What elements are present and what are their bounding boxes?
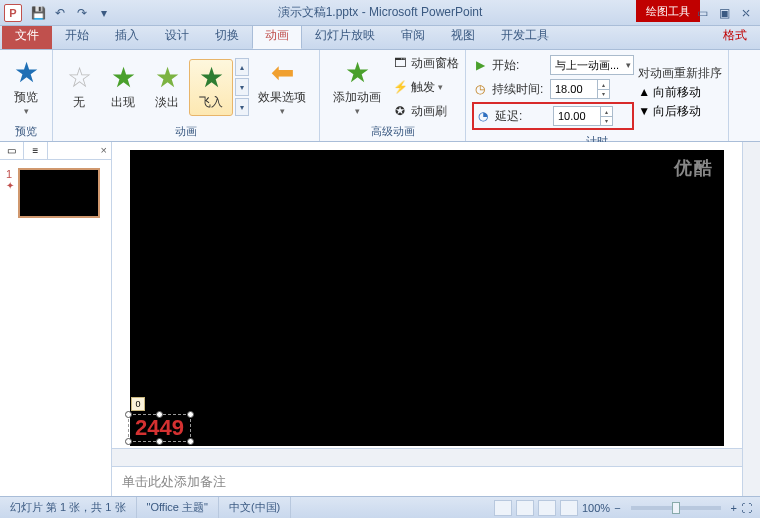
work-area: ▭ ≡ × 1 ✦ 优酷 0 2449 <box>0 142 760 496</box>
selected-textbox[interactable]: 0 2449 <box>128 414 191 442</box>
up-arrow-icon: ▲ <box>638 85 650 99</box>
trigger-button[interactable]: ⚡触发 ▾ <box>390 76 461 98</box>
anim-fade[interactable]: ★ 淡出 <box>145 59 189 116</box>
zoom-thumb[interactable] <box>672 502 680 514</box>
gallery-more-button[interactable]: ▾ <box>235 98 249 116</box>
thumbnail-panel: ▭ ≡ × 1 ✦ <box>0 142 112 496</box>
delay-spinner[interactable]: 10.00▴▾ <box>553 106 613 126</box>
tab-format[interactable]: 格式 <box>710 22 760 49</box>
spin-down[interactable]: ▾ <box>597 90 609 99</box>
zoom-out-button[interactable]: − <box>614 502 620 514</box>
resize-handle[interactable] <box>187 411 194 418</box>
play-icon: ▶ <box>472 57 488 73</box>
vertical-scrollbar[interactable] <box>742 142 760 496</box>
tab-review[interactable]: 审阅 <box>388 22 438 49</box>
thumb-tab-slides[interactable]: ▭ <box>0 142 24 159</box>
tab-design[interactable]: 设计 <box>152 22 202 49</box>
gallery-scroll: ▴ ▾ ▾ <box>235 58 249 116</box>
app-icon[interactable]: P <box>4 4 22 22</box>
group-label-advanced: 高级动画 <box>324 122 461 141</box>
anim-flyin[interactable]: ★ 飞入 <box>189 59 233 116</box>
preview-label: 预览 <box>14 89 38 106</box>
tab-transitions[interactable]: 切换 <box>202 22 252 49</box>
save-icon[interactable]: 💾 <box>30 5 46 21</box>
zoom-slider[interactable] <box>631 506 721 510</box>
move-earlier-button[interactable]: ▲向前移动 <box>638 84 722 101</box>
start-label: 开始: <box>492 57 546 74</box>
undo-icon[interactable]: ↶ <box>52 5 68 21</box>
tab-animations[interactable]: 动画 <box>252 22 302 49</box>
notes-pane[interactable]: 单击此处添加备注 <box>112 466 742 496</box>
slide-canvas[interactable]: 优酷 0 2449 <box>130 150 724 446</box>
group-preview: ★ 预览 ▾ 预览 <box>0 50 53 141</box>
group-timing: ▶ 开始: 与上一动画... ◷ 持续时间: 18.00▴▾ ◔ 延迟: 10.… <box>466 50 729 141</box>
close-button[interactable]: ⤬ <box>738 5 754 21</box>
horizontal-scrollbar[interactable] <box>112 448 742 466</box>
qat-dropdown-icon[interactable]: ▾ <box>96 5 112 21</box>
down-arrow-icon: ▼ <box>638 104 650 118</box>
gallery-up-button[interactable]: ▴ <box>235 58 249 76</box>
anim-none[interactable]: ☆ 无 <box>57 59 101 116</box>
animation-painter-button[interactable]: ✪动画刷 <box>390 100 461 122</box>
thumb-anim-indicator: ✦ <box>6 180 14 191</box>
thumb-tab-outline[interactable]: ≡ <box>24 142 48 159</box>
ribbon-tabs: 文件 开始 插入 设计 切换 动画 幻灯片放映 审阅 视图 开发工具 格式 <box>0 26 760 50</box>
resize-handle[interactable] <box>125 411 132 418</box>
tab-developer[interactable]: 开发工具 <box>488 22 562 49</box>
zoom-level[interactable]: 100% <box>582 502 610 514</box>
zoom-in-button[interactable]: + <box>731 502 737 514</box>
tab-home[interactable]: 开始 <box>52 22 102 49</box>
add-animation-button[interactable]: ★ 添加动画 ▾ <box>324 54 390 121</box>
start-combo[interactable]: 与上一动画... <box>550 55 634 75</box>
watermark: 优酷 <box>674 156 714 180</box>
animation-pane-button[interactable]: 🗔动画窗格 <box>390 52 461 74</box>
slide-thumbnail-1[interactable]: 1 ✦ <box>6 168 105 218</box>
advanced-small-buttons: 🗔动画窗格 ⚡触发 ▾ ✪动画刷 <box>390 52 461 122</box>
group-animations: ☆ 无 ★ 出现 ★ 淡出 ★ 飞入 ▴ ▾ ▾ ⬅ 效果选项 <box>53 50 320 141</box>
duration-label: 持续时间: <box>492 81 546 98</box>
resize-handle[interactable] <box>187 438 194 445</box>
delay-icon: ◔ <box>475 108 491 124</box>
tab-slideshow[interactable]: 幻灯片放映 <box>302 22 388 49</box>
thumb-panel-close[interactable]: × <box>101 144 107 156</box>
spin-up[interactable]: ▴ <box>600 107 612 117</box>
anim-order-tag[interactable]: 0 <box>131 397 145 411</box>
textbox-text: 2449 <box>135 415 184 440</box>
move-later-button[interactable]: ▼向后移动 <box>638 103 722 120</box>
group-label-preview: 预览 <box>4 122 48 141</box>
group-advanced-animation: ★ 添加动画 ▾ 🗔动画窗格 ⚡触发 ▾ ✪动画刷 高级动画 <box>320 50 466 141</box>
window-controls: ▭ ▣ ⤬ <box>694 5 754 21</box>
slide-canvas-wrap[interactable]: 优酷 0 2449 <box>112 142 742 448</box>
star-icon: ★ <box>111 64 136 92</box>
fit-button[interactable]: ⛶ <box>741 502 752 514</box>
tab-view[interactable]: 视图 <box>438 22 488 49</box>
redo-icon[interactable]: ↷ <box>74 5 90 21</box>
resize-handle[interactable] <box>156 438 163 445</box>
view-sorter-button[interactable] <box>516 500 534 516</box>
effect-options-button[interactable]: ⬅ 效果选项 ▾ <box>249 54 315 121</box>
gallery-down-button[interactable]: ▾ <box>235 78 249 96</box>
slide-editor: 优酷 0 2449 单击此处添加备注 <box>112 142 742 496</box>
thumb-image <box>18 168 100 218</box>
status-language[interactable]: 中文(中国) <box>219 497 291 518</box>
spin-down[interactable]: ▾ <box>600 117 612 126</box>
ribbon: ★ 预览 ▾ 预览 ☆ 无 ★ 出现 ★ 淡出 ★ 飞入 <box>0 50 760 142</box>
maximize-button[interactable]: ▣ <box>716 5 732 21</box>
anim-appear[interactable]: ★ 出现 <box>101 59 145 116</box>
star-icon: ☆ <box>67 64 92 92</box>
tab-file[interactable]: 文件 <box>2 22 52 49</box>
view-reading-button[interactable] <box>538 500 556 516</box>
contextual-tab-label: 绘图工具 <box>636 0 700 22</box>
view-normal-button[interactable] <box>494 500 512 516</box>
resize-handle[interactable] <box>125 438 132 445</box>
view-slideshow-button[interactable] <box>560 500 578 516</box>
duration-spinner[interactable]: 18.00▴▾ <box>550 79 610 99</box>
minimize-button[interactable]: ▭ <box>694 5 710 21</box>
status-slide-info: 幻灯片 第 1 张，共 1 张 <box>0 497 137 518</box>
star-plus-icon: ★ <box>345 59 370 87</box>
spin-up[interactable]: ▴ <box>597 80 609 90</box>
tab-insert[interactable]: 插入 <box>102 22 152 49</box>
preview-button[interactable]: ★ 预览 ▾ <box>4 54 48 121</box>
delay-highlight: ◔ 延迟: 10.00▴▾ <box>472 102 634 130</box>
thumb-panel-tabs: ▭ ≡ <box>0 142 111 160</box>
